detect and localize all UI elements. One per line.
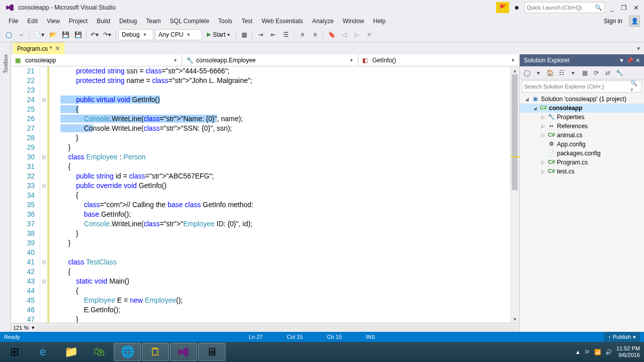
minimize-button[interactable]: _ [606, 2, 618, 13]
menu-window[interactable]: Window [338, 16, 369, 26]
fold-column[interactable]: ⊟⊟⊟⊟⊟ [40, 66, 47, 323]
solution-search[interactable]: 🔍▾ [522, 80, 642, 93]
tray-action-icon[interactable]: 🏳 [585, 349, 590, 355]
sol-properties-button[interactable]: 🔧 [614, 68, 624, 78]
tb-btn-8[interactable]: ◁ [339, 29, 350, 40]
tree-file-appconfig[interactable]: ⚙App.config [520, 140, 644, 149]
file-tab-program[interactable]: Program.cs * ✕ [13, 42, 64, 54]
sol-back-button[interactable]: ◯ [522, 68, 532, 78]
notifications-flag-icon[interactable]: 🚩 [496, 2, 509, 13]
system-tray[interactable]: ▲ 🏳 📶 🔊 11:52 PM9/6/2016 [575, 345, 643, 358]
quick-launch-textbox[interactable] [527, 5, 595, 11]
titlebar: consoleapp - Microsoft Visual Studio 🚩 ☻… [0, 0, 644, 15]
open-file-button[interactable]: 📂 [47, 29, 58, 40]
tree-file-packages[interactable]: 📄packages.config [520, 149, 644, 158]
tree-references-node[interactable]: ▷▪▪References [520, 122, 644, 131]
vertical-scrollbar[interactable]: ▲ ▼ [510, 66, 519, 323]
quick-launch-input[interactable]: 🔍 [524, 2, 605, 13]
sol-scope-button[interactable]: ☷ [556, 68, 567, 78]
config-combo[interactable]: Debug▼ [118, 29, 153, 40]
save-button[interactable]: 💾 [60, 29, 71, 40]
nav-class-combo[interactable]: 🔧consoleapp.Employee▼ [182, 54, 358, 66]
close-button[interactable]: ✕ [630, 2, 642, 13]
sign-in-link[interactable]: Sign in [599, 16, 627, 26]
save-all-button[interactable]: 💾 [72, 29, 84, 40]
sol-fwd-button[interactable]: ▾ [533, 68, 543, 78]
menu-debug[interactable]: Debug [115, 16, 141, 26]
new-project-button[interactable]: 📄▾ [32, 29, 46, 40]
tree-file-program[interactable]: ▷C#Program.cs [520, 158, 644, 167]
redo-button[interactable]: ↷▾ [102, 29, 113, 40]
menu-analyze[interactable]: Analyze [307, 16, 338, 26]
tree-file-test[interactable]: ▷C#test.cs [520, 167, 644, 176]
nav-project-combo[interactable]: ▣consoleapp▼ [11, 54, 182, 66]
tb-btn-5[interactable]: ≡ [297, 29, 308, 40]
zoom-level[interactable]: 121 % [13, 325, 29, 331]
taskbar-app[interactable]: 🖥 [198, 343, 225, 361]
sol-refresh-button[interactable]: ⟳ [591, 68, 601, 78]
menu-file[interactable]: File [4, 16, 23, 26]
taskbar-notes[interactable]: 🗒 [142, 343, 169, 361]
taskbar-explorer[interactable]: 📁 [57, 343, 85, 361]
menu-edit[interactable]: Edit [23, 16, 42, 26]
sol-showall-button[interactable]: ▦ [580, 68, 590, 78]
tree-solution-node[interactable]: ◢▣Solution 'consoleapp' (1 project) [520, 95, 644, 104]
sol-btn-5[interactable]: ▾ [568, 68, 578, 78]
tab-overflow-button[interactable]: ▼ [633, 46, 644, 51]
menu-test[interactable]: Test [237, 16, 257, 26]
close-tab-icon[interactable]: ✕ [55, 45, 60, 52]
restore-button[interactable]: ❐ [618, 2, 630, 13]
solution-tree[interactable]: ◢▣Solution 'consoleapp' (1 project) ◢C#c… [520, 94, 644, 332]
avatar-icon[interactable]: 👤 [629, 16, 640, 27]
menu-help[interactable]: Help [369, 16, 390, 26]
tb-btn-9[interactable]: ▷ [351, 29, 362, 40]
tb-btn-7[interactable]: 🔖 [326, 29, 337, 40]
menu-project[interactable]: Project [64, 16, 92, 26]
panel-pin-icon[interactable]: 📌 [626, 57, 633, 64]
taskbar-clock[interactable]: 11:52 PM9/6/2016 [616, 345, 640, 358]
horizontal-scrollbar[interactable] [37, 325, 517, 331]
taskbar-vs[interactable] [170, 343, 197, 361]
menu-build[interactable]: Build [92, 16, 115, 26]
toolbox-rail[interactable]: Toolbox [0, 54, 11, 332]
solution-explorer-title[interactable]: Solution Explorer ▼📌✕ [520, 54, 644, 66]
publish-button[interactable]: ↑Publish▾ [604, 332, 640, 342]
menu-view[interactable]: View [42, 16, 64, 26]
tray-network-icon[interactable]: 📶 [594, 349, 601, 355]
sol-collapse-button[interactable]: ⇄ [603, 68, 613, 78]
window-title: consoleapp - Microsoft Visual Studio [18, 4, 116, 11]
menu-sqlcomplete[interactable]: SQL Complete [166, 16, 214, 26]
tray-up-icon[interactable]: ▲ [575, 349, 581, 355]
taskbar-ie[interactable]: e [29, 343, 56, 361]
nav-member-combo[interactable]: ◧GetInfo()▼ [358, 54, 519, 66]
feedback-icon[interactable]: ☻ [510, 2, 523, 13]
tb-btn-2[interactable]: ⇥ [255, 29, 266, 40]
tb-btn-4[interactable]: ☰ [280, 29, 291, 40]
solution-search-input[interactable] [524, 83, 630, 89]
platform-combo[interactable]: Any CPU▼ [155, 29, 202, 40]
tree-project-node[interactable]: ◢C#consoleapp [520, 104, 644, 113]
panel-dd-icon[interactable]: ▼ [619, 57, 624, 64]
sol-home-button[interactable]: 🏠 [545, 68, 555, 78]
tb-btn-3[interactable]: ⇤ [268, 29, 279, 40]
nav-fwd-button[interactable]: → [16, 29, 27, 40]
panel-close-icon[interactable]: ✕ [635, 57, 640, 64]
start-button[interactable]: ⊞ [1, 343, 28, 361]
tb-btn-6[interactable]: ≡ [309, 29, 320, 40]
taskbar-chrome[interactable]: 🌐 [114, 343, 141, 361]
tree-file-animal[interactable]: ▷C#animal.cs [520, 131, 644, 140]
menu-webessentials[interactable]: Web Essentials [257, 16, 307, 26]
code-text[interactable]: protected string ssn = class="str">"444-… [49, 66, 510, 323]
menu-team[interactable]: Team [141, 16, 165, 26]
tb-btn-1[interactable]: ▦ [238, 29, 250, 40]
tray-volume-icon[interactable]: 🔊 [605, 349, 612, 355]
taskbar-store[interactable]: 🛍 [86, 343, 113, 361]
solution-explorer: Solution Explorer ▼📌✕ ◯ ▾ 🏠 ☷ ▾ ▦ ⟳ ⇄ 🔧 … [519, 54, 644, 332]
undo-button[interactable]: ↶▾ [89, 29, 100, 40]
status-ready: Ready [4, 334, 20, 340]
nav-back-button[interactable]: ◯ [3, 29, 14, 40]
menu-tools[interactable]: Tools [214, 16, 237, 26]
start-debug-button[interactable]: ▶Start▾ [204, 29, 233, 40]
tree-properties-node[interactable]: ▷🔧Properties [520, 113, 644, 122]
tb-btn-10[interactable]: ✕ [364, 29, 375, 40]
